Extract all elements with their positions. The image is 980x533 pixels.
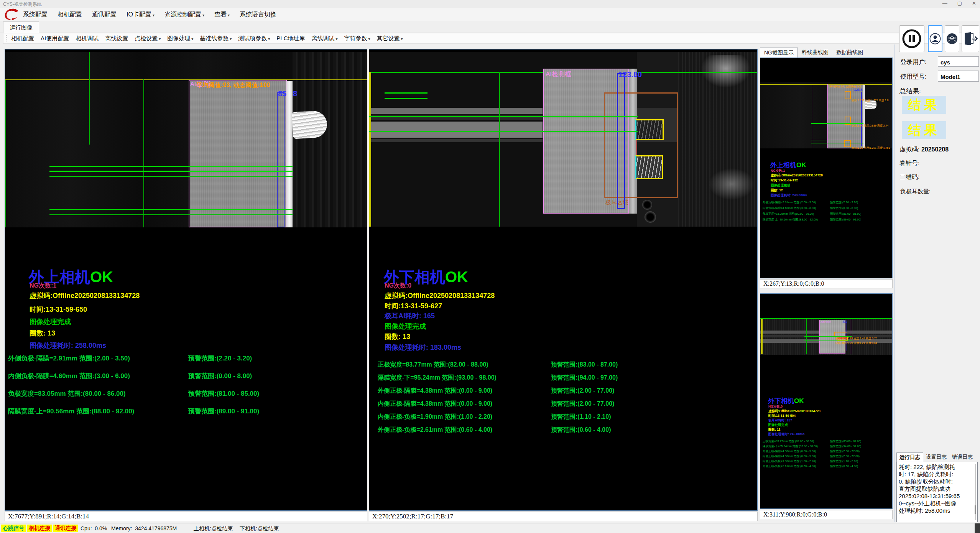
tool-offline-debug[interactable]: 离线调试▾ <box>312 35 338 42</box>
tab-run-log[interactable]: 运行日志 <box>896 452 923 462</box>
measurement-text: 内侧正极-隔膜=4.38mm 范围:(0.00 - 9.00) <box>378 400 492 408</box>
user-button[interactable] <box>928 25 942 52</box>
tab-ai-time-line: 极耳AI耗时: 165 <box>385 311 435 321</box>
app-logo-icon <box>3 8 21 21</box>
tab-ng-screenshot[interactable]: NG截图显示 <box>760 48 798 58</box>
model-label: 使用型号: <box>900 73 926 81</box>
tool-camera-debug[interactable]: 相机调试 <box>76 35 99 42</box>
measure-green-line <box>804 336 852 337</box>
ng-preview-bottom: AI检测框 115 缺陷 面积:0.88 宽度:1.44 高度:0.76 缺陷 … <box>760 293 893 509</box>
tool-offline-setting[interactable]: 离线设置 <box>105 35 128 42</box>
process-done-line: 图像处理完成 <box>30 317 71 326</box>
measurement-text: 外侧正极-隔膜=4.38mm 范围:(0.00 - 9.00) <box>378 387 492 395</box>
tool-plc-library[interactable]: PLC地址库 <box>276 35 305 42</box>
minimize-button[interactable]: — <box>942 0 947 6</box>
tool-camera-config[interactable]: 相机配置 <box>11 35 34 42</box>
ng1-image: 平均阈值:93, 动态阈值:101 123.8 面积:1.238 宽度:1.77… <box>760 82 892 148</box>
virtual-code-label: 虚拟码: 20250208 <box>899 146 949 154</box>
log-scrollbar[interactable] <box>975 464 976 520</box>
toolbar-grip[interactable] <box>6 35 7 43</box>
log-line: 处理耗时: 258.00ms <box>899 507 973 514</box>
menu-io-config[interactable]: IO卡配置▾ <box>127 11 155 19</box>
log-line: 2025:02:08-13:31:59:65 <box>899 492 973 500</box>
film-edge-strip <box>863 85 865 148</box>
tool-char-params[interactable]: 字符参数▾ <box>344 35 370 42</box>
pause-icon <box>901 28 922 49</box>
tool-image-processing[interactable]: 图像处理▾ <box>167 35 193 42</box>
tool-other-settings[interactable]: 其它设置▾ <box>377 35 403 42</box>
chevron-down-icon: ▾ <box>401 37 403 41</box>
ng-count-label: NG次数:0 <box>385 282 411 290</box>
ng-count-label: NG次数:1 <box>30 282 56 290</box>
menu-camera-config[interactable]: 相机配置 <box>58 11 82 19</box>
warning-range-text: 预警范围:(2.00 - 77.00) <box>551 387 614 395</box>
login-user-field[interactable] <box>938 56 979 67</box>
tool-test-params[interactable]: 测试项参数▾ <box>238 35 270 42</box>
tool-ai-config[interactable]: AI使用配置 <box>41 35 69 42</box>
red-connector-line <box>636 140 637 155</box>
menu-language-switch[interactable]: 系统语言切换 <box>240 11 276 19</box>
width-value-label: 123.8 <box>854 88 863 92</box>
time-line: 时间:13-31-59-627 <box>385 301 442 311</box>
tab-error-log[interactable]: 错误日志 <box>949 452 975 462</box>
tab-defect-box <box>635 119 664 140</box>
status-bar: 心跳信号 相机连接 通讯连接 Cpu: 0.0% Memory: 3424.41… <box>0 523 980 533</box>
log-line: 耗时: 222, 缺陷检测耗 <box>899 463 973 470</box>
tab-setting-log[interactable]: 设置日志 <box>923 452 949 462</box>
camera-title: 外下相机OK <box>768 396 804 405</box>
window-title: CYS-视觉检测系统 <box>3 1 42 8</box>
defect-label: 缺陷 面积:0.88 宽度:1.44 高度:0.76 <box>835 337 877 341</box>
log-content[interactable]: 耗时: 222, 缺陷检测耗 时: 17, 缺陷分类耗时: 0, 缺陷提取分区耗… <box>896 462 978 522</box>
log-line: 0--cys--外上相机--图像 <box>899 500 973 507</box>
pause-button[interactable] <box>899 25 924 52</box>
qr-code-label: 二维码: <box>899 173 919 181</box>
chevron-down-icon: ▾ <box>368 37 370 41</box>
ai-box-label: AI检测框 <box>546 70 571 79</box>
process-done-line: 图像处理完成 <box>771 183 790 188</box>
mid-camera-image: AI检测框 极耳区域 123.80 <box>369 52 757 227</box>
edge-green-line <box>5 80 6 227</box>
warning-range-text: 预警范围:(1.10 - 2.10) <box>830 459 858 463</box>
measurement-text: 隔膜宽度-下=95.24mm 范围:(93.00 - 98.00) <box>378 374 497 382</box>
virtual-code-value: 20250208 <box>921 146 949 153</box>
tool-baseline-params[interactable]: 基准线参数▾ <box>200 35 232 42</box>
tab-data-curve[interactable]: 数据曲线图 <box>832 48 867 58</box>
tab-run-image[interactable]: 运行图像 <box>3 21 39 33</box>
menu-system-config[interactable]: 系统配置 <box>23 11 48 19</box>
process-done-line: 图像处理完成 <box>385 322 426 331</box>
machinery-band <box>369 108 543 114</box>
tab-line-curve[interactable]: 料线曲线图 <box>798 48 832 58</box>
log-tabs: 运行日志 设置日志 错误日志 <box>896 452 975 462</box>
close-button[interactable]: ✕ <box>972 0 976 6</box>
heartbeat-status: 心跳信号 <box>1 525 26 532</box>
ai-box-label: AI检测框 <box>821 320 831 324</box>
menu-light-config[interactable]: 光源控制配置▾ <box>164 11 204 19</box>
warning-range-text: 预警范围:(0.00 - 8.00) <box>830 206 858 210</box>
users-group-button[interactable] <box>945 25 959 52</box>
loop-count-line: 圈数: 11 <box>768 428 780 432</box>
measure-green-line <box>49 166 293 167</box>
cpu-status: Cpu: 0.0% <box>81 525 107 531</box>
loop-count-line: 圈数: 13 <box>30 329 55 338</box>
time-line: 时间:13-31-59-132 <box>771 178 798 183</box>
measure-green-line <box>49 209 293 210</box>
tool-spotcheck-setting[interactable]: 点检设置▾ <box>135 35 161 42</box>
defect-box <box>845 91 851 99</box>
time-line: 时间:13-31-59-650 <box>30 305 87 314</box>
menu-view[interactable]: 查看▾ <box>214 11 230 19</box>
top-green-line <box>760 318 892 319</box>
ng2-image: AI检测框 115 缺陷 面积:0.88 宽度:1.44 高度:0.76 缺陷 … <box>760 318 892 355</box>
titlebar: CYS-视觉检测系统 — ▢ ✕ <box>0 0 980 8</box>
login-user-label: 登录用户: <box>900 58 926 66</box>
vertical-green-line <box>806 319 807 354</box>
maximize-button[interactable]: ▢ <box>957 0 962 6</box>
virtual-code-line: 虚拟码:Offline20250208133134728 <box>771 173 823 178</box>
chevron-down-icon: ▾ <box>153 13 155 17</box>
ng-preview-top: 平均阈值:93, 动态阈值:101 123.8 面积:1.238 宽度:1.77… <box>760 58 893 278</box>
result-badge-top: 结果 <box>902 96 946 114</box>
warning-range-text: 预警范围:(94.00 - 97.00) <box>830 444 861 448</box>
ng-count-label: NG次数:1 <box>771 169 785 173</box>
model-field[interactable] <box>938 71 979 82</box>
menu-comm-config[interactable]: 通讯配置 <box>92 11 117 19</box>
exit-button[interactable] <box>962 25 979 52</box>
